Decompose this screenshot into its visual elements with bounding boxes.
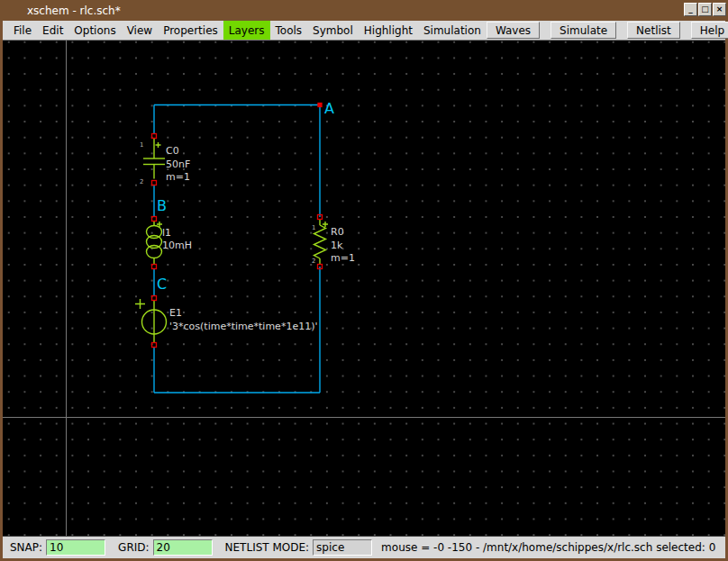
- capacitor-mult: m=1: [166, 171, 190, 183]
- source-ref: E1: [169, 307, 182, 319]
- waves-button[interactable]: Waves: [487, 22, 540, 39]
- menu-item-layers[interactable]: Layers: [223, 21, 270, 40]
- grid-input[interactable]: 20: [153, 539, 213, 556]
- schematic-canvas[interactable]: 1 2 C0 50nF m=1 l1 10mH: [3, 41, 725, 536]
- resistor-graphic: [314, 220, 329, 265]
- snap-label: SNAP:: [10, 541, 42, 554]
- capacitor-graphic: [143, 139, 165, 179]
- resistor-value: 1k: [331, 240, 343, 251]
- maximize-icon[interactable]: □: [698, 3, 712, 16]
- menu-item-file[interactable]: File: [8, 21, 37, 40]
- capacitor-ref: C0: [166, 145, 179, 157]
- snap-input[interactable]: 10: [46, 539, 105, 556]
- menu-item-highlight[interactable]: Highlight: [359, 21, 418, 40]
- window-title: xschem - rlc.sch*: [0, 5, 121, 17]
- voltage-source-symbol[interactable]: E1 '3*cos(time*time*time*1e11)': [135, 299, 317, 343]
- inductor-graphic: [147, 222, 163, 265]
- mouse-status-text: mouse = -0 -150 - /mnt/x/home/schippes/x…: [381, 541, 715, 554]
- menu-item-edit[interactable]: Edit: [37, 21, 68, 40]
- inductor-ref: l1: [162, 227, 171, 239]
- capacitor-symbol[interactable]: 1 2 C0 50nF m=1: [140, 139, 190, 186]
- netlist-mode-label: NETLIST MODE:: [225, 541, 310, 554]
- netlist-button[interactable]: Netlist: [627, 22, 680, 39]
- inductor-value: 10mH: [162, 240, 192, 251]
- menu-item-tools[interactable]: Tools: [270, 21, 308, 40]
- node-label-c[interactable]: C: [157, 276, 167, 293]
- titlebar[interactable]: xschem - rlc.sch* _ □ ×: [0, 0, 728, 21]
- window-controls: _ □ ×: [684, 3, 726, 16]
- resistor-pin2-number: 2: [312, 258, 315, 265]
- capacitor-pin1-number: 1: [140, 141, 143, 149]
- minimize-icon[interactable]: _: [684, 3, 697, 16]
- simulate-button[interactable]: Simulate: [551, 22, 616, 39]
- help-button[interactable]: Help: [691, 22, 728, 39]
- menu-item-options[interactable]: Options: [68, 21, 121, 40]
- menu-item-symbol[interactable]: Symbol: [307, 21, 359, 40]
- capacitor-value: 50nF: [166, 158, 190, 170]
- menu-item-view[interactable]: View: [122, 21, 158, 40]
- node-label-a[interactable]: A: [324, 100, 334, 117]
- menubar: FileEditOptionsViewPropertiesLayersTools…: [3, 21, 725, 41]
- inductor-symbol[interactable]: l1 10mH: [147, 222, 192, 265]
- node-label-b[interactable]: B: [157, 197, 167, 214]
- grid-label: GRID:: [118, 541, 149, 554]
- voltage-source-graphic: [135, 299, 167, 343]
- resistor-symbol[interactable]: 1 2 R0 1k m=1: [312, 220, 355, 266]
- menu-item-properties[interactable]: Properties: [158, 21, 223, 40]
- schematic-drawing: 1 2 C0 50nF m=1 l1 10mH: [3, 41, 725, 536]
- source-value: '3*cos(time*time*time*1e11)': [169, 321, 317, 332]
- wire-end-marker: [318, 104, 322, 107]
- netlist-mode-input[interactable]: spice: [313, 539, 372, 556]
- close-icon[interactable]: ×: [713, 3, 726, 16]
- capacitor-pin2-number: 2: [140, 178, 143, 185]
- resistor-pin1-number: 1: [312, 224, 315, 231]
- statusbar: SNAP: 10 GRID: 20 NETLIST MODE: spice mo…: [3, 536, 725, 558]
- resistor-ref: R0: [331, 226, 344, 238]
- menu-item-simulation[interactable]: Simulation: [418, 21, 487, 40]
- resistor-mult: m=1: [331, 252, 355, 264]
